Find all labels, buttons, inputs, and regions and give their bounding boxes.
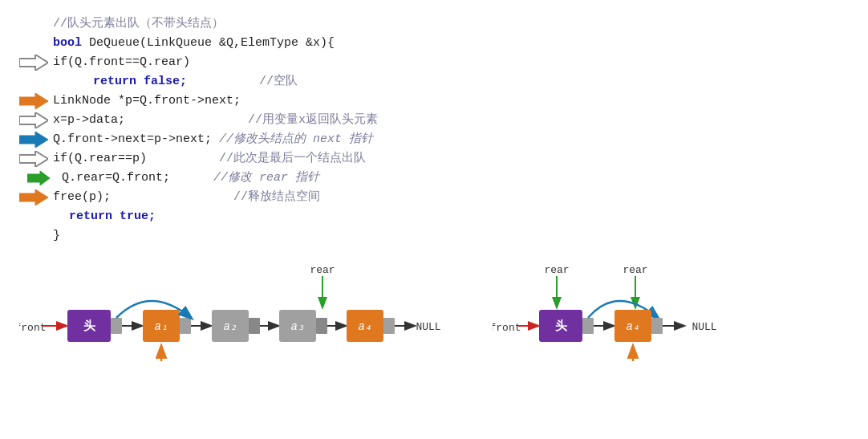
svg-rect-13 — [249, 318, 260, 334]
a2-label: a₂ — [224, 320, 237, 333]
a1-label: a₁ — [155, 320, 168, 333]
code-line-1: //队头元素出队（不带头结点） — [19, 14, 849, 34]
a4-label: a₄ — [359, 320, 372, 333]
line10-text: free(p); — [53, 188, 111, 207]
code-line-2: bool DeQueue(LinkQueue &Q,ElemType &x){ — [19, 34, 849, 53]
rear-label-right-2: rear — [623, 264, 647, 276]
svg-marker-2 — [19, 112, 48, 128]
code-line-6: x=p->data; //用变量x返回队头元素 — [19, 111, 849, 130]
svg-marker-3 — [19, 132, 48, 148]
svg-marker-5 — [27, 171, 50, 185]
head-label: 头 — [83, 319, 96, 334]
svg-marker-0 — [19, 55, 48, 71]
orange-arrow-1 — [19, 93, 48, 109]
line7-comment: //修改头结点的 next 指针 — [212, 130, 373, 149]
null-label-right: NULL — [692, 321, 716, 333]
svg-rect-17 — [383, 318, 395, 334]
code-block: //队头元素出队（不带头结点） bool DeQueue(LinkQueue &… — [19, 14, 849, 246]
svg-rect-9 — [111, 318, 122, 334]
line1-text: //队头元素出队（不带头结点） — [53, 14, 224, 34]
svg-marker-1 — [19, 93, 48, 109]
line6-comment: //用变量x返回队头元素 — [125, 111, 378, 130]
line8-comment: //此次是最后一个结点出队 — [147, 149, 366, 169]
line10-comment: //释放结点空间 — [111, 188, 320, 207]
head-label-right: 头 — [554, 319, 568, 334]
left-diagram-svg: rear front 头 a₁ a₂ — [19, 260, 468, 364]
p-label-left: p — [158, 364, 164, 364]
code-line-3: if(Q.front==Q.rear) — [19, 53, 849, 72]
line9-comment: //修改 rear 指针 — [170, 169, 319, 188]
a3-label: a₃ — [291, 320, 305, 333]
code-line-11: return true; — [19, 207, 849, 226]
diagram-left: rear front 头 a₁ a₂ — [19, 260, 468, 364]
front-label-left: front — [19, 322, 47, 334]
code-line-4: return false; //空队 — [19, 72, 849, 91]
front-label-right: front — [493, 322, 521, 334]
svg-rect-15 — [316, 318, 327, 334]
svg-marker-4 — [19, 151, 48, 167]
a4-label-right: a₄ — [627, 320, 640, 333]
line12-text: } — [53, 226, 60, 246]
orange-arrow-2 — [19, 189, 48, 205]
green-arrow-1 — [27, 171, 50, 185]
diagram-area: rear front 头 a₁ a₂ — [19, 260, 849, 364]
code-line-5: LinkNode *p=Q.front->next; — [19, 91, 849, 111]
line4-comment: //空队 — [187, 72, 298, 91]
code-line-10: free(p); //释放结点空间 — [19, 188, 849, 207]
code-line-12: } — [19, 226, 849, 246]
p-label-right: p — [630, 364, 636, 364]
line7-text: Q.front->next=p->next; — [53, 130, 212, 149]
svg-rect-23 — [582, 318, 594, 334]
diagram-right: rear rear front 头 a₄ NU — [493, 260, 829, 364]
line5-text: LinkNode *p=Q.front->next; — [53, 91, 241, 111]
right-diagram-svg: rear rear front 头 a₄ NU — [493, 260, 829, 364]
svg-rect-11 — [180, 318, 191, 334]
code-line-7: Q.front->next=p->next; //修改头结点的 next 指针 — [19, 130, 849, 149]
blue-arrow-1 — [19, 132, 48, 148]
line2-text: bool DeQueue(LinkQueue &Q,ElemType &x){ — [53, 34, 335, 53]
hollow-arrow-3 — [19, 151, 48, 167]
line4-text: return false; — [93, 72, 187, 91]
line11-text: return true; — [69, 207, 156, 226]
hollow-arrow-2 — [19, 112, 48, 128]
code-line-8: if(Q.rear==p) //此次是最后一个结点出队 — [19, 149, 849, 169]
svg-marker-6 — [19, 189, 48, 205]
hollow-arrow-1 — [19, 55, 48, 71]
rear-label-left: rear — [310, 264, 335, 276]
rear-label-right-1: rear — [544, 264, 569, 276]
code-line-9: Q.rear=Q.front; //修改 rear 指针 — [19, 169, 849, 188]
svg-rect-25 — [651, 318, 663, 334]
line9-text: Q.rear=Q.front; — [55, 169, 170, 188]
line6-text: x=p->data; — [53, 111, 125, 130]
null-label-left: NULL — [416, 321, 440, 333]
line8-text: if(Q.rear==p) — [53, 149, 147, 169]
line3-text: if(Q.front==Q.rear) — [53, 53, 190, 72]
